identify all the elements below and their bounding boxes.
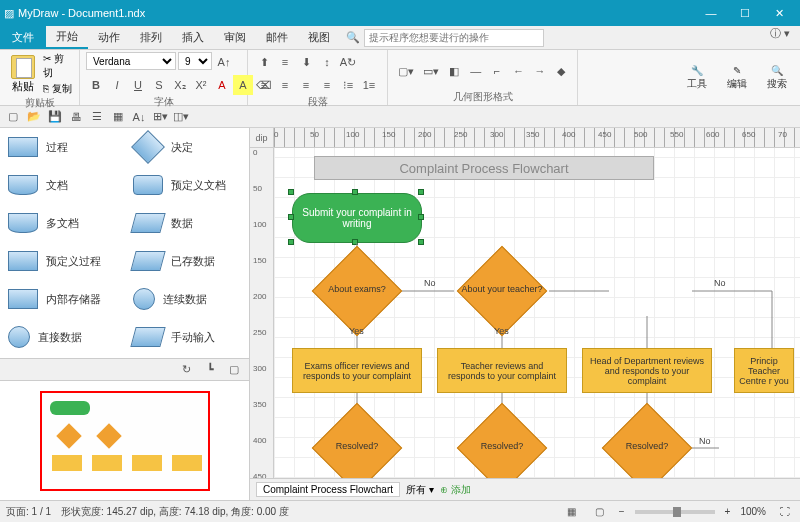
copy-button[interactable]: ⎘ 复制 — [43, 82, 73, 96]
line-color-button[interactable]: ▭▾ — [419, 61, 442, 81]
font-color-button[interactable]: A — [212, 75, 232, 95]
zoom-in-button[interactable]: + — [725, 506, 731, 517]
numbering-button[interactable]: 1≡ — [359, 75, 379, 95]
underline-button[interactable]: U — [128, 75, 148, 95]
decision-exams[interactable]: About exams? — [312, 266, 402, 316]
decision-resolved-2[interactable]: Resolved? — [457, 423, 547, 473]
decision-resolved-1[interactable]: Resolved? — [312, 423, 402, 473]
tools-button[interactable]: 🔧工具 — [680, 65, 714, 91]
view-mode-1[interactable]: ▦ — [563, 503, 581, 521]
process-hod[interactable]: Head of Department reviews and responds … — [582, 348, 712, 393]
shape-direct-data[interactable]: 直接数据 — [0, 318, 125, 356]
strike-button[interactable]: S — [149, 75, 169, 95]
align-top-button[interactable]: ⬆ — [254, 52, 274, 72]
add-sheet-button[interactable]: ⊕ 添加 — [440, 483, 471, 497]
shape-process[interactable]: 过程 — [0, 128, 125, 166]
shapes-panel: 过程决定 文档预定义文档 多文档数据 预定义过程已存数据 内部存储器连续数据 直… — [0, 128, 249, 358]
subscript-button[interactable]: X₂ — [170, 75, 190, 95]
grid-view-button[interactable]: ▦ — [109, 108, 127, 126]
sort-button[interactable]: A↓ — [130, 108, 148, 126]
save-button[interactable]: 💾 — [46, 108, 64, 126]
page-indicator: 页面: 1 / 1 — [6, 505, 51, 519]
corner-button[interactable]: ⌐ — [487, 61, 506, 81]
cut-button[interactable]: ✂ 剪切 — [43, 52, 73, 80]
edit-button[interactable]: ✎编辑 — [720, 65, 754, 91]
process-exams-officer[interactable]: Exams officer reviews and responds to yo… — [292, 348, 422, 393]
font-size-select[interactable]: 9 — [178, 52, 212, 70]
fill-color-button[interactable]: ▢▾ — [394, 61, 417, 81]
shape-data[interactable]: 数据 — [125, 204, 250, 242]
label-yes-1: Yes — [349, 326, 364, 336]
process-principal[interactable]: Princip Teacher Centre r you — [734, 348, 794, 393]
maximize-button[interactable]: ☐ — [728, 3, 762, 23]
tab-view[interactable]: 视图 — [298, 26, 340, 49]
filter-button[interactable]: ◫▾ — [172, 108, 190, 126]
help-button[interactable]: ⓘ ▾ — [760, 26, 800, 49]
sheet-tab[interactable]: Complaint Process Flowchart — [256, 482, 400, 497]
paragraph-group-label: 段落 — [254, 95, 381, 110]
close-button[interactable]: ✕ — [762, 3, 796, 23]
shape-internal-storage[interactable]: 内部存储器 — [0, 280, 125, 318]
tab-insert[interactable]: 插入 — [172, 26, 214, 49]
fit-page-button[interactable]: ⛶ — [776, 503, 794, 521]
tab-review[interactable]: 审阅 — [214, 26, 256, 49]
font-family-select[interactable]: Verdana — [86, 52, 176, 70]
shape-multidoc[interactable]: 多文档 — [0, 204, 125, 242]
page-thumbnail[interactable] — [40, 391, 210, 491]
minimize-button[interactable]: — — [694, 3, 728, 23]
zoom-slider[interactable] — [635, 510, 715, 514]
arrow-end-button[interactable]: → — [530, 61, 549, 81]
align-middle-button[interactable]: ≡ — [275, 52, 295, 72]
search-button[interactable]: 🔍搜索 — [760, 65, 794, 91]
shape-predef-process[interactable]: 预定义过程 — [0, 242, 125, 280]
preview-settings-button[interactable]: ▢ — [225, 361, 243, 379]
line-spacing-button[interactable]: ↕ — [317, 52, 337, 72]
open-button[interactable]: 📂 — [25, 108, 43, 126]
preview-toolbar: ↻ ┗ ▢ — [0, 358, 249, 380]
shape-seq-data[interactable]: 连续数据 — [125, 280, 250, 318]
decision-resolved-3[interactable]: Resolved? — [602, 423, 692, 473]
tab-action[interactable]: 动作 — [88, 26, 130, 49]
bullets-button[interactable]: ⁝≡ — [338, 75, 358, 95]
text-direction-button[interactable]: A↻ — [338, 52, 358, 72]
shape-predef-doc[interactable]: 预定义文档 — [125, 166, 250, 204]
grow-font-button[interactable]: A↑ — [214, 52, 234, 72]
align-right-button[interactable]: ≡ — [296, 75, 316, 95]
refresh-preview-button[interactable]: ↻ — [177, 361, 195, 379]
shape-document[interactable]: 文档 — [0, 166, 125, 204]
file-tab[interactable]: 文件 — [0, 26, 46, 49]
zoom-out-button[interactable]: − — [619, 506, 625, 517]
align-bottom-button[interactable]: ⬇ — [296, 52, 316, 72]
shape-decision[interactable]: 决定 — [125, 128, 250, 166]
superscript-button[interactable]: X² — [191, 75, 211, 95]
justify-button[interactable]: ≡ — [317, 75, 337, 95]
view-mode-2[interactable]: ▢ — [591, 503, 609, 521]
tab-mail[interactable]: 邮件 — [256, 26, 298, 49]
shadow-button[interactable]: ◧ — [445, 61, 464, 81]
tab-arrange[interactable]: 排列 — [130, 26, 172, 49]
new-doc-button[interactable]: ▢ — [4, 108, 22, 126]
line-style-button[interactable]: — — [466, 61, 485, 81]
decision-teacher[interactable]: About your teacher? — [457, 266, 547, 316]
tell-me-input[interactable] — [364, 29, 544, 47]
start-shape[interactable]: Submit your complaint in writing — [292, 193, 422, 243]
arrow-start-button[interactable]: ← — [509, 61, 528, 81]
canvas[interactable]: Complaint Process Flowchart Submit your … — [274, 148, 800, 478]
bold-button[interactable]: B — [86, 75, 106, 95]
print-button[interactable]: 🖶 — [67, 108, 85, 126]
shape-stored-data[interactable]: 已存数据 — [125, 242, 250, 280]
theme-button[interactable]: ◆ — [552, 61, 571, 81]
paste-button[interactable]: 粘贴 — [6, 55, 39, 94]
all-sheets-button[interactable]: 所有 ▾ — [406, 483, 434, 497]
italic-button[interactable]: I — [107, 75, 127, 95]
group-button[interactable]: ⊞▾ — [151, 108, 169, 126]
connector-button[interactable]: ┗ — [201, 361, 219, 379]
align-center-button[interactable]: ≡ — [275, 75, 295, 95]
shape-manual-input[interactable]: 手动输入 — [125, 318, 250, 356]
flowchart-title[interactable]: Complaint Process Flowchart — [314, 156, 654, 180]
align-left-button[interactable]: ≡ — [254, 75, 274, 95]
tab-home[interactable]: 开始 — [46, 26, 88, 49]
list-view-button[interactable]: ☰ — [88, 108, 106, 126]
process-teacher[interactable]: Teacher reviews and responds to your com… — [437, 348, 567, 393]
search-icon: 🔍 — [346, 31, 360, 44]
